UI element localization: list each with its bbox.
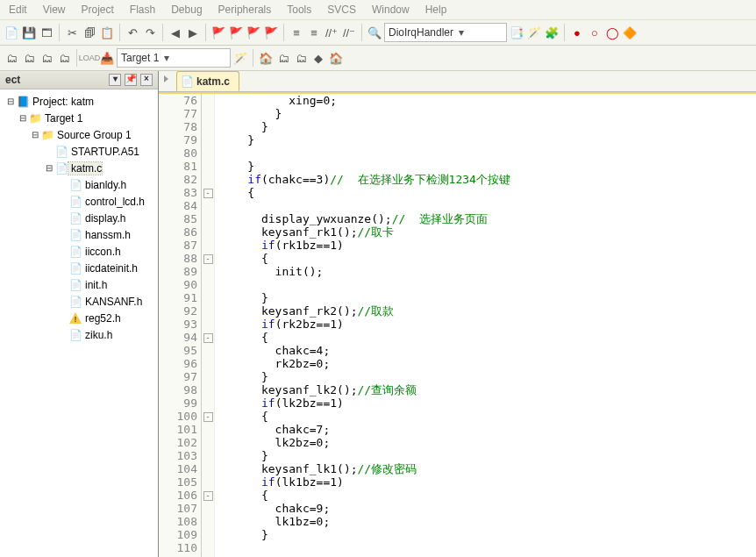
- menu-peripherals[interactable]: Peripherals: [214, 4, 276, 16]
- tree-node[interactable]: ⊟📁Target 1: [2, 110, 156, 126]
- nav-2-icon[interactable]: 🧩: [544, 25, 560, 40]
- find-icon[interactable]: 🔍: [367, 25, 382, 40]
- copy-icon[interactable]: 🗐: [82, 25, 97, 40]
- new-file-icon[interactable]: 📄: [4, 25, 19, 40]
- project-panel: ect ▾ 📌 × ⊟📘Project: katm⊟📁Target 1⊟📁Sou…: [0, 71, 159, 557]
- download-icon[interactable]: 📥: [99, 50, 115, 66]
- fold-toggle[interactable]: -: [203, 189, 213, 198]
- redo-icon[interactable]: ↷: [142, 25, 158, 40]
- function-combo[interactable]: DioIrqHandler ▾: [384, 23, 507, 42]
- load-icon[interactable]: LOAD: [82, 50, 97, 66]
- uncomment-icon[interactable]: //⁻: [341, 25, 357, 40]
- indent-icon[interactable]: ≡: [289, 25, 304, 40]
- chevron-down-icon: ▾: [164, 52, 169, 64]
- build-1-icon[interactable]: 🗂: [4, 50, 19, 66]
- tree-node[interactable]: 📄control_lcd.h: [2, 193, 156, 210]
- home-icon[interactable]: 🏠: [328, 50, 344, 66]
- tree-node[interactable]: ⊟📘Project: katm: [2, 93, 156, 110]
- tree-node[interactable]: 📄ziku.h: [2, 326, 156, 343]
- toolbar-main: 📄 💾 🗔 ✂ 🗐 📋 ↶ ↷ ◀ ▶ 🚩 🚩 🚩 🚩 ≡ ≡ //⁺ //⁻ …: [0, 20, 756, 46]
- debug-gear-icon[interactable]: 🔶: [622, 25, 638, 40]
- target-combo-value: Target 1: [121, 52, 159, 64]
- menubar: EditViewProjectFlashDebugPeripheralsTool…: [0, 0, 756, 20]
- menu-view[interactable]: View: [39, 4, 70, 16]
- back-icon[interactable]: ◀: [168, 25, 183, 40]
- tree-node[interactable]: ⊟📄katm.c: [2, 160, 156, 176]
- debug-bp2-icon[interactable]: ◯: [604, 25, 620, 40]
- save-icon[interactable]: 🗔: [39, 25, 54, 40]
- undo-icon[interactable]: ↶: [125, 25, 140, 40]
- line-number-gutter: 7677787980818283848586878889909192939495…: [159, 94, 202, 557]
- code-content[interactable]: xing=0; } } } } if(chakc==3)// 在选择业务下检测1…: [215, 94, 756, 557]
- nav-1-icon[interactable]: 📑: [509, 25, 524, 40]
- tab-label: katm.c: [196, 75, 230, 88]
- target-red-icon[interactable]: 🏠: [258, 50, 274, 66]
- project-panel-header: ect ▾ 📌 ×: [0, 71, 158, 89]
- fold-toggle[interactable]: -: [203, 254, 213, 264]
- toolbar-build: 🗂 🗂 🗂 🗂 LOAD 📥 Target 1 ▾ 🪄 🏠 🗂 🗂 ◆ 🏠: [0, 46, 756, 71]
- menu-edit[interactable]: Edit: [4, 4, 32, 16]
- menu-window[interactable]: Window: [367, 4, 414, 16]
- bookmark-clear-icon[interactable]: 🚩: [263, 25, 279, 40]
- menu-help[interactable]: Help: [421, 4, 452, 16]
- fold-toggle[interactable]: -: [203, 491, 213, 501]
- chevron-down-icon: ▾: [459, 26, 464, 39]
- tree-node[interactable]: 📄display.h: [2, 210, 156, 226]
- menu-svcs[interactable]: SVCS: [323, 4, 360, 16]
- tree-node[interactable]: 📄iiccon.h: [2, 243, 156, 260]
- bookmark-prev-icon[interactable]: 🚩: [228, 25, 244, 40]
- menu-tools[interactable]: Tools: [282, 4, 316, 16]
- debug-bp-icon[interactable]: ○: [587, 25, 603, 40]
- debug-stop-icon[interactable]: ●: [569, 25, 585, 40]
- tab-katm-c[interactable]: 📄 katm.c: [176, 71, 239, 91]
- tree-node[interactable]: ⊟📁Source Group 1: [2, 126, 156, 143]
- tree-node[interactable]: 📄KANSANF.h: [2, 293, 156, 310]
- manage-3-icon[interactable]: ◆: [310, 50, 326, 66]
- tree-node[interactable]: 📄init.h: [2, 276, 156, 293]
- target-combo[interactable]: Target 1 ▾: [117, 48, 231, 68]
- panel-title: ect: [5, 74, 20, 86]
- bookmark-flag-icon[interactable]: 🚩: [210, 25, 226, 40]
- panel-close-icon[interactable]: ×: [140, 74, 153, 86]
- tree-node[interactable]: !reg52.h: [2, 310, 156, 326]
- panel-pin-icon[interactable]: ▾: [109, 74, 121, 86]
- menu-debug[interactable]: Debug: [167, 4, 206, 16]
- editor-tabbar: 📄 katm.c: [159, 71, 756, 92]
- outdent-icon[interactable]: ≡: [306, 25, 322, 40]
- function-combo-value: DioIrqHandler: [389, 26, 453, 39]
- comment-icon[interactable]: //⁺: [324, 25, 339, 40]
- tree-node[interactable]: 📄bianldy.h: [2, 176, 156, 193]
- menu-flash[interactable]: Flash: [125, 4, 160, 16]
- options-icon[interactable]: 🪄: [232, 50, 248, 66]
- code-editor[interactable]: 7677787980818283848586878889909192939495…: [159, 92, 756, 557]
- project-tree[interactable]: ⊟📘Project: katm⊟📁Target 1⊟📁Source Group …: [0, 89, 158, 557]
- build-2-icon[interactable]: 🗂: [21, 50, 37, 66]
- tree-node[interactable]: 📄iicdateinit.h: [2, 260, 156, 276]
- paste-icon[interactable]: 📋: [99, 25, 115, 40]
- panel-grip-icon[interactable]: 📌: [125, 74, 137, 86]
- tree-node[interactable]: 📄hanssm.h: [2, 226, 156, 243]
- fold-gutter[interactable]: -----: [202, 94, 215, 557]
- tree-node[interactable]: 📄STARTUP.A51: [2, 143, 156, 160]
- wand-icon[interactable]: 🪄: [526, 25, 542, 40]
- open-icon[interactable]: 💾: [21, 25, 37, 40]
- fold-toggle[interactable]: -: [203, 412, 213, 422]
- fold-toggle[interactable]: -: [203, 333, 213, 343]
- build-3-icon[interactable]: 🗂: [39, 50, 54, 66]
- bookmark-next-icon[interactable]: 🚩: [246, 25, 261, 40]
- c-file-icon: 📄: [181, 75, 193, 88]
- manage-1-icon[interactable]: 🗂: [275, 50, 291, 66]
- menu-project[interactable]: Project: [76, 4, 118, 16]
- build-4-icon[interactable]: 🗂: [56, 50, 72, 66]
- manage-2-icon[interactable]: 🗂: [293, 50, 309, 66]
- forward-icon[interactable]: ▶: [185, 25, 201, 40]
- svg-text:!: !: [75, 315, 77, 324]
- cut-icon[interactable]: ✂: [64, 25, 80, 40]
